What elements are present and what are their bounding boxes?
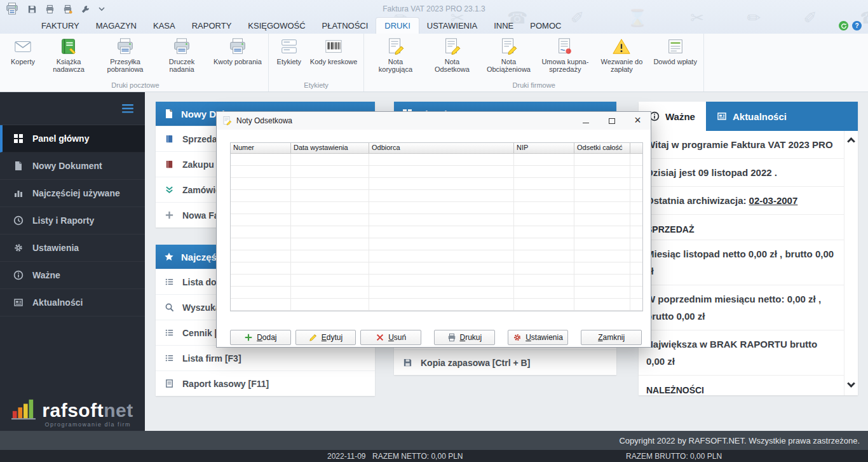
save-icon[interactable] <box>27 4 37 14</box>
menu-tab-faktury[interactable]: FAKTURY <box>33 18 88 34</box>
ribbon-item-nota-koryguj-ca[interactable]: Nota korygująca <box>369 36 422 74</box>
dialog-titlebar[interactable]: Noty Odsetkowa <box>217 112 651 130</box>
printer-mini-icon[interactable] <box>45 4 55 14</box>
ustawienia-button[interactable]: Ustawienia <box>508 330 569 345</box>
ribbon-group-druki-pocztowe: KopertyKsiążka nadawczaPrzesyłka pobrani… <box>3 34 269 92</box>
ribbon-item-nota-odsetkowa[interactable]: Nota Odsetkowa <box>425 36 478 74</box>
sidebar-item-wa-ne[interactable]: Ważne <box>0 262 145 289</box>
info-scrollbar[interactable] <box>844 131 858 395</box>
panel-item-label: Zakupu <box>182 160 214 170</box>
maximize-icon <box>609 118 615 124</box>
column-header-data-wystawienia[interactable]: Data wystawienia <box>291 143 369 153</box>
panel-item-label: Raport kasowy [F11] <box>182 379 269 389</box>
dodaj-button[interactable]: Dodaj <box>230 330 291 345</box>
ribbon-group-druki-firmowe: Nota korygującaNota OdsetkowaNota Obciąż… <box>364 34 703 92</box>
update-button[interactable] <box>839 21 848 31</box>
drukuj-button[interactable]: Drukuj <box>434 330 495 345</box>
delete-x-icon <box>376 333 384 342</box>
minimize-icon <box>583 123 589 123</box>
interest-notes-table: NumerData wystawieniaOdbiorcaNIPOdsetki … <box>230 142 643 311</box>
panel-item-kopia-zapasowa-ctrl-b[interactable]: Kopia zapasowa [Ctrl + B] <box>394 350 616 375</box>
help-button[interactable]: ? <box>852 21 862 31</box>
envelope-icon <box>13 37 32 56</box>
status-total-netto: RAZEM NETTO: 0,00 PLN <box>372 452 463 461</box>
column-header-stub <box>630 143 642 153</box>
printer-big-icon <box>116 37 135 56</box>
menu-tab-kasa[interactable]: KASA <box>145 18 184 34</box>
scroll-down-icon[interactable] <box>847 379 855 388</box>
archive-date-link[interactable]: 02-03-2007 <box>749 195 798 206</box>
ribbon-item-kwoty-pobrania[interactable]: Kwoty pobrania <box>212 36 264 74</box>
ribbon-item-nota-obci-eniowa[interactable]: Nota Obciążeniowa <box>482 36 535 74</box>
ribbon-group-caption: Druki firmowe <box>369 80 698 91</box>
info-icon <box>13 270 24 280</box>
dialog-window-controls <box>573 112 651 130</box>
edytuj-button[interactable]: Edytuj <box>295 330 356 345</box>
hamburger-menu-icon[interactable] <box>122 104 133 113</box>
app-logo-icon[interactable] <box>5 2 19 16</box>
design-tools-icon[interactable] <box>81 4 90 14</box>
sidebar-item-najcz-ciej-u-ywane[interactable]: Najczęściej używane <box>0 180 145 207</box>
floppy-icon <box>403 358 412 367</box>
ribbon-item-przesy-ka-pobraniowa[interactable]: Przesyłka pobraniowa <box>98 36 152 74</box>
panel-item-lista-firm-f3[interactable]: Lista firm [F3] <box>156 345 375 370</box>
column-header-odbiorca[interactable]: Odbiorca <box>369 143 514 153</box>
ribbon-item-kody-kreskowe[interactable]: Kody kreskowe <box>308 36 360 74</box>
ribbon-item-druczek-nadania[interactable]: Druczek nadania <box>155 36 208 74</box>
info-row-text: Witaj w programie Faktura VAT 2023 PRO <box>646 139 833 150</box>
sidebar-menu: Panel głównyNowy DokumentNajczęściej uży… <box>0 125 145 316</box>
brand-name: rafsoftnet <box>42 400 133 421</box>
table-body-empty[interactable] <box>231 154 642 311</box>
scroll-up-icon[interactable] <box>847 137 855 146</box>
zamknij-button[interactable]: Zamknij <box>581 330 642 345</box>
dashboard-icon <box>13 133 24 144</box>
ribbon-item-umowa-kupna-sprzeda-y[interactable]: Umowa kupna-sprzedaży <box>538 36 592 74</box>
topbar: ✏ ✂ ☎ ✐ ⌛ ✂ ✏ ✐ ☎ ⌛ ✂ ✏ Faktura VAT 2023… <box>0 0 868 34</box>
brand-logo: rafsoftnet Oprogramowanie dla firm <box>0 397 145 428</box>
sidebar-item-aktualno-ci[interactable]: Aktualności <box>0 289 145 316</box>
menu-tab-ksi-gowo[interactable]: KSIĘGOWOŚĆ <box>240 18 313 34</box>
menu-tab-raporty[interactable]: RAPORTY <box>184 18 240 34</box>
sidebar-header <box>0 92 145 125</box>
info-row: Witaj w programie Faktura VAT 2023 PRO <box>639 131 844 159</box>
column-header-numer[interactable]: Numer <box>231 143 291 153</box>
usu-button[interactable]: Usuń <box>360 330 421 345</box>
gear-ring-icon <box>513 333 522 342</box>
info-row: Ostatnia archiwizacja:02-03-2007 <box>639 187 844 215</box>
sidebar-item-listy-i-raporty[interactable]: Listy i Raporty <box>0 207 145 234</box>
gear-ring-icon <box>13 243 24 253</box>
titlebar-quick-icons <box>5 2 105 16</box>
minimize-button[interactable] <box>573 112 599 130</box>
close-button[interactable] <box>625 112 651 130</box>
info-row: Miesiąc listopad netto 0,00 zł , brutto … <box>639 240 844 285</box>
sidebar-item-label: Ważne <box>32 270 60 280</box>
ribbon-item-koperty[interactable]: Koperty <box>7 36 39 74</box>
printer-big-icon <box>172 37 191 56</box>
chevron-down-icon[interactable] <box>98 7 105 11</box>
ribbon-item-dow-d-wp-aty[interactable]: Dowód wpłaty <box>651 36 698 74</box>
menu-tab-ustawienia[interactable]: USTAWIENIA <box>419 18 485 34</box>
menu-tab-inne[interactable]: INNE <box>485 18 522 34</box>
panel-item-raport-kasowy-f11[interactable]: Raport kasowy [F11] <box>156 370 375 396</box>
menu-tab-druki[interactable]: DRUKI <box>376 18 418 34</box>
ribbon-item-wezwanie-do-zap-aty[interactable]: Wezwanie do zapłaty <box>595 36 648 74</box>
ribbon-item-etykiety[interactable]: Etykiety <box>273 36 305 74</box>
info-tab-label: Aktualności <box>733 111 787 122</box>
sidebar-item-nowy-dokument[interactable]: Nowy Dokument <box>0 153 145 180</box>
info-row: Największa w BRAK RAPORTU brutto 0,00 zł <box>639 330 844 376</box>
info-tab-aktualno-ci[interactable]: Aktualności <box>706 102 858 131</box>
menu-tab-p-atno-ci[interactable]: PŁATNOŚCI <box>314 18 377 34</box>
info-row-text: Największa w BRAK RAPORTU brutto 0,00 zł <box>646 339 817 367</box>
sidebar-item-label: Aktualności <box>32 297 83 308</box>
receipt-icon <box>666 37 685 56</box>
sidebar-item-panel-g-wny[interactable]: Panel główny <box>0 125 145 153</box>
printer-config-icon[interactable] <box>63 4 72 14</box>
column-header-odsetki-ca-o[interactable]: Odsetki całość <box>574 143 630 153</box>
menu-tab-pomoc[interactable]: POMOC <box>522 18 569 34</box>
menu-tab-magazyn[interactable]: MAGAZYN <box>88 18 145 34</box>
column-header-nip[interactable]: NIP <box>514 143 574 153</box>
status-total-brutto: RAZEM BRUTTO: 0,00 PLN <box>626 452 722 461</box>
maximize-button[interactable] <box>599 112 625 130</box>
sidebar-item-ustawienia[interactable]: Ustawienia <box>0 234 145 262</box>
ribbon-item-ksi-ka-nadawcza[interactable]: Książka nadawcza <box>42 36 95 74</box>
